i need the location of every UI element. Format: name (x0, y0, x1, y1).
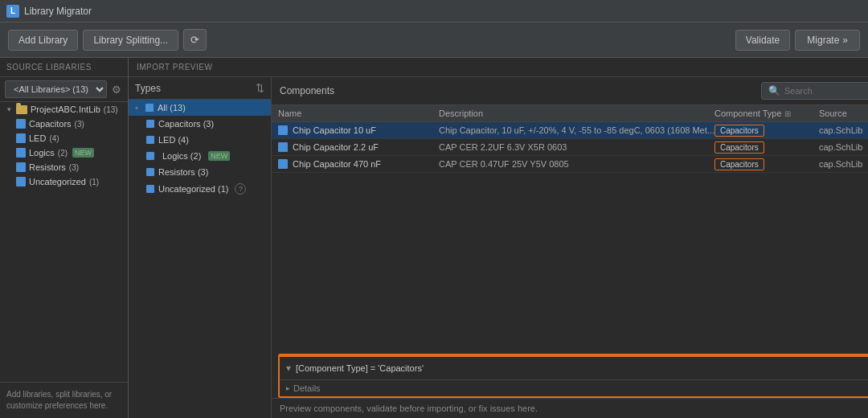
details-row[interactable]: ▸ Details (280, 379, 868, 396)
source-tree: ▾ ProjectABC.IntLib (13) Capacitors (3) … (0, 102, 128, 189)
new-badge: NEW (72, 148, 94, 158)
type-item-logics[interactable]: Logics (2) NEW (129, 148, 271, 164)
type-item-resistors[interactable]: Resistors (3) (129, 164, 271, 180)
cell-type-2: Capacitors (714, 142, 819, 152)
type-item-capacitors[interactable]: Capacitors (3) (129, 116, 271, 132)
component-icon (16, 119, 26, 129)
type-chip-logics (146, 152, 154, 160)
content-area: Types ⇅ ▾ All (13) Capacitors (3) L (129, 77, 868, 418)
table-row[interactable]: Chip Capacitor 2.2 uF CAP CER 2.2UF 6.3V… (272, 139, 868, 156)
right-panel: IMPORT PREVIEW Types ⇅ ▾ All (13) Capaci… (129, 58, 868, 418)
filter-container: ▾ [Component Type] = 'Capacitors' ✏ ✕ ▸ … (278, 354, 868, 398)
expand-all-icon: ▾ (135, 104, 141, 112)
status-text: Preview components, validate before impo… (280, 404, 538, 413)
cell-type-3: Capacitors (714, 159, 819, 169)
row-icon-3 (278, 159, 288, 169)
cell-source-1: cap.SchLib (819, 125, 868, 135)
cell-type-1: Capacitors (714, 125, 819, 135)
cell-source-2: cap.SchLib (819, 142, 868, 152)
source-libraries-label: SOURCE LIBRARIES (0, 58, 128, 77)
type-led-label: LED (4) (158, 135, 189, 145)
app-icon: L (6, 5, 19, 18)
import-preview-label: IMPORT PREVIEW (129, 58, 868, 77)
filter-chevron-icon[interactable]: ▾ (286, 363, 291, 374)
add-library-button[interactable]: Add Library (8, 30, 78, 51)
search-box: 🔍 (761, 82, 868, 100)
tree-resistors-count: (3) (69, 163, 79, 172)
components-header: Components 🔍 (272, 77, 868, 105)
type-logics-label: Logics (2) (162, 151, 201, 161)
main-content: SOURCE LIBRARIES <All Libraries> (13) ⚙ … (0, 58, 868, 418)
row-icon-1 (278, 125, 288, 135)
col-source-header: Source (819, 109, 868, 118)
folder-icon (16, 105, 27, 114)
type-chip-all (145, 104, 154, 112)
type-item-uncategorized[interactable]: Uncategorized (1) ? (129, 180, 271, 198)
tree-resistors-label: Resistors (29, 162, 66, 172)
cell-desc-3: CAP CER 0.47UF 25V Y5V 0805 (439, 159, 714, 169)
type-item-all[interactable]: ▾ All (13) (129, 100, 271, 116)
cell-desc-2: CAP CER 2.2UF 6.3V X5R 0603 (439, 142, 714, 152)
tree-capacitors-item[interactable]: Capacitors (3) (0, 117, 128, 131)
cell-desc-1: Chip Capacitor, 10 uF, +/-20%, 4 V, -55 … (439, 125, 714, 135)
migrate-arrow-icon: » (842, 35, 848, 46)
col-desc-header: Description (439, 109, 714, 118)
settings-button[interactable]: ⚙ (110, 82, 123, 97)
tree-resistors-item[interactable]: Resistors (3) (0, 160, 128, 174)
component-icon-uncategorized (16, 177, 26, 186)
help-icon[interactable]: ? (235, 183, 246, 195)
types-panel: Types ⇅ ▾ All (13) Capacitors (3) L (129, 77, 272, 418)
app-title: Library Migrator (24, 6, 92, 17)
type-uncategorized-label: Uncategorized (1) (158, 184, 228, 194)
validate-button[interactable]: Validate (735, 30, 790, 51)
row-icon-2 (278, 142, 288, 152)
type-chip-uncategorized (146, 185, 154, 193)
type-capacitors-label: Capacitors (3) (158, 119, 214, 129)
refresh-button[interactable]: ⟳ (183, 29, 207, 51)
types-header: Types ⇅ (129, 77, 271, 100)
search-input[interactable] (784, 86, 868, 96)
types-filter-icon[interactable]: ⇅ (256, 82, 264, 94)
cell-name-3: Chip Capacitor 470 nF (278, 159, 439, 169)
tree-uncategorized-count: (1) (89, 178, 99, 186)
tree-capacitors-label: Capacitors (29, 119, 72, 129)
tree-uncategorized-item[interactable]: Uncategorized (1) (0, 174, 128, 189)
table-row[interactable]: Chip Capacitor 10 uF Chip Capacitor, 10 … (272, 122, 868, 139)
tree-logics-label: Logics (29, 148, 55, 158)
tree-led-item[interactable]: LED (4) (0, 131, 128, 145)
sort-icon[interactable]: ⊞ (784, 109, 791, 118)
title-bar: L Library Migrator (0, 0, 868, 23)
component-icon-resistors (16, 162, 26, 172)
details-label: Details (293, 383, 321, 393)
sidebar: SOURCE LIBRARIES <All Libraries> (13) ⚙ … (0, 58, 129, 418)
col-name-header: Name (278, 109, 439, 118)
component-icon-logics (16, 148, 26, 158)
type-chip-capacitors (146, 120, 154, 128)
tree-logics-item[interactable]: Logics (2) NEW (0, 145, 128, 160)
logics-new-badge: NEW (208, 151, 230, 161)
migrate-button[interactable]: Migrate » (795, 30, 860, 51)
tree-uncategorized-label: Uncategorized (29, 177, 86, 186)
type-chip-led (146, 136, 154, 144)
type-item-led[interactable]: LED (4) (129, 132, 271, 148)
components-title: Components (280, 85, 334, 96)
tree-root-item[interactable]: ▾ ProjectABC.IntLib (13) (0, 102, 128, 117)
table-row[interactable]: Chip Capacitor 470 nF CAP CER 0.47UF 25V… (272, 156, 868, 173)
details-expand-icon: ▸ (286, 384, 290, 392)
types-title: Types (135, 83, 161, 94)
components-panel: Components 🔍 Name Description Com (272, 77, 868, 418)
type-chip-resistors (146, 168, 154, 176)
tree-root-count: (13) (104, 105, 118, 114)
cell-name-2: Chip Capacitor 2.2 uF (278, 142, 439, 152)
library-dropdown[interactable]: <All Libraries> (13) (5, 80, 107, 98)
type-all-label: All (13) (158, 103, 186, 113)
tree-capacitors-count: (3) (75, 120, 84, 129)
tree-root-label: ProjectABC.IntLib (31, 104, 100, 114)
table-empty-area (272, 173, 868, 354)
library-splitting-button[interactable]: Library Splitting... (83, 30, 178, 51)
filter-text: [Component Type] = 'Capacitors' (296, 363, 868, 373)
expand-icon: ▾ (5, 105, 13, 113)
cell-name-1: Chip Capacitor 10 uF (278, 125, 439, 135)
toolbar: Add Library Library Splitting... ⟳ Valid… (0, 23, 868, 58)
filter-row: ▾ [Component Type] = 'Capacitors' ✏ ✕ (280, 355, 868, 379)
